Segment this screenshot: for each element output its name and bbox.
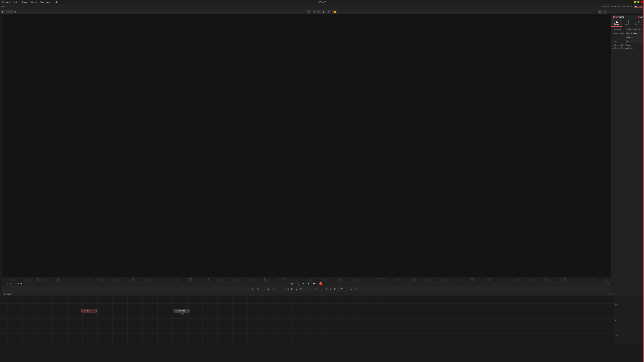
timecode-right[interactable]: 155.0 bbox=[14, 282, 23, 285]
viewer-canvas[interactable] bbox=[2, 14, 611, 277]
toolbar-rewind-btn[interactable]: ⏮ bbox=[307, 10, 312, 14]
tool-back[interactable]: ↩ bbox=[354, 287, 358, 291]
tool-cw[interactable]: ↻ bbox=[350, 287, 353, 291]
layer-field: Layer 0 bbox=[612, 40, 643, 43]
toolbar-fit-btn[interactable]: Fit bbox=[14, 11, 16, 13]
inspector-expand-btn[interactable]: ↗ bbox=[635, 16, 636, 18]
inspector-body: Clip Name J1-0197_A001_07121400_C040.mov… bbox=[612, 27, 644, 292]
svg-text:150: 150 bbox=[284, 277, 286, 279]
tool-pipe[interactable]: ⊢ bbox=[310, 287, 314, 291]
menu-item-fairlight[interactable]: Fairlight bbox=[30, 1, 37, 3]
tool-swap[interactable]: ⇄ bbox=[295, 287, 298, 291]
toolbar-step-back-btn[interactable]: ◁ bbox=[312, 10, 316, 14]
tool-pin[interactable]: ⊕ bbox=[324, 287, 328, 291]
inspector-pin-btn[interactable]: 📌 bbox=[637, 16, 640, 18]
tool-rotate[interactable]: ⟳ bbox=[300, 287, 303, 291]
restore-button[interactable] bbox=[637, 1, 640, 3]
menu-item-help[interactable]: Help bbox=[54, 1, 58, 3]
tab-audio[interactable]: 🎵 Audio bbox=[622, 19, 633, 26]
global-in-field: MediaIn0 bbox=[612, 36, 643, 39]
minimize-button[interactable] bbox=[634, 1, 636, 3]
tool-add[interactable]: + bbox=[279, 287, 282, 291]
svg-text:250: 250 bbox=[471, 277, 474, 279]
toolbar-settings-btn[interactable]: ⚙ bbox=[602, 10, 606, 14]
node-media-in[interactable]: MediaIn1 bbox=[82, 309, 96, 313]
source-gamma-space-section[interactable]: ▶ Source Gamma Space bbox=[612, 47, 643, 49]
toolbar-viewer-btn[interactable]: ⊞ bbox=[598, 10, 602, 14]
toolbar-zoom-input[interactable]: 100% bbox=[6, 10, 13, 14]
node-out-bottom-connector[interactable] bbox=[182, 313, 184, 315]
tool-flag[interactable]: ⚑ bbox=[340, 287, 344, 291]
menu-item-fusion[interactable]: Fusion bbox=[13, 1, 19, 3]
tool-pen[interactable]: ✎ bbox=[256, 287, 260, 291]
timeline-ruler[interactable]: 0501001502002503003504004505005506006507… bbox=[2, 277, 611, 281]
tool-rectangle[interactable]: ◫ bbox=[271, 287, 275, 291]
toolbar-loop-btn[interactable]: 🔁 bbox=[332, 10, 337, 14]
toolbar-step-fwd-btn[interactable]: ▷ bbox=[322, 10, 326, 14]
bottom-spline-label[interactable]: Spline bbox=[4, 293, 10, 295]
tool-grid[interactable]: ⛶ bbox=[286, 287, 289, 291]
inspector-node-label[interactable]: MediaIn1 bbox=[616, 16, 624, 18]
viewer-left bbox=[2, 14, 307, 277]
tab-settings[interactable]: ⚙ Settings bbox=[633, 19, 644, 26]
tool-split[interactable]: ⊞ bbox=[290, 287, 294, 291]
node-area[interactable]: MediaIn1 MediaOut1 bbox=[0, 296, 614, 344]
process-mode-select[interactable]: Full Frames bbox=[626, 32, 643, 35]
tab-keyframes[interactable]: Keyframes bbox=[611, 5, 621, 8]
transport-loop-btn[interactable]: 🔴 bbox=[318, 282, 323, 285]
source-color-space-section[interactable]: ▶ Source Color Space bbox=[612, 44, 643, 46]
tool-hflip[interactable]: ↔ bbox=[345, 287, 348, 291]
tool-j[interactable]: J bbox=[315, 287, 318, 291]
menu-item-color[interactable]: Color bbox=[22, 1, 27, 3]
spline-labels: 1.0 0.5 0.0 bbox=[614, 296, 642, 344]
transport-prev-btn[interactable]: ◁ bbox=[296, 282, 300, 285]
tool-text[interactable]: T bbox=[261, 287, 264, 291]
node-in-left-connector[interactable] bbox=[81, 310, 82, 312]
global-in-value[interactable]: MediaIn0 bbox=[626, 36, 643, 39]
loop-range-btn[interactable]: ↔ bbox=[24, 282, 27, 285]
transport-to-end-btn[interactable]: ⏭ bbox=[312, 282, 317, 285]
tool-chevron[interactable]: ⟨ bbox=[276, 287, 278, 291]
main-toolbar: ▶ 100% Fit ⏮ ◁ ▶ ▷ ⏭ 🔁 ⊞ ⚙ bbox=[0, 9, 644, 14]
clip-name-label: Clip Name bbox=[612, 28, 626, 30]
tool-xor[interactable]: ⊻ bbox=[306, 287, 309, 291]
inspector-header: MediaIn1 ↗ 📌 🔗 bbox=[612, 14, 644, 19]
menu-item-workspace[interactable]: Workspace bbox=[40, 1, 50, 3]
tool-polygon[interactable]: ◉ bbox=[267, 287, 270, 291]
spline-fit-btn[interactable]: ⊡ bbox=[608, 293, 610, 295]
inspector-tabs: 🖼 Image 🎵 Audio ⚙ Settings bbox=[612, 19, 644, 27]
timecode-left[interactable]: 25.0 bbox=[4, 282, 12, 285]
tool-grid2[interactable]: ⊡ bbox=[334, 287, 337, 291]
layer-select[interactable]: 0 bbox=[626, 40, 643, 43]
clip-name-value[interactable]: J1-0197_A001_07121400_C040.mov bbox=[626, 28, 643, 31]
tool-extra[interactable]: ⊸ bbox=[359, 287, 362, 291]
bottom-dots-icon: ⋯ bbox=[1, 293, 3, 295]
tab-metadata[interactable]: Metadata bbox=[623, 5, 632, 8]
node-out-right-connector[interactable] bbox=[189, 310, 190, 312]
spline-area: 1.0 0.5 0.0 bbox=[614, 296, 644, 344]
close-button[interactable] bbox=[641, 1, 643, 3]
bottom-toolbar: ⋯ Spline ● ⊡ ⊕ bbox=[0, 292, 644, 296]
toolbar-play-btn[interactable]: ▶ bbox=[318, 10, 321, 14]
tab-image[interactable]: 🖼 Image bbox=[612, 19, 622, 26]
transport-stop-btn[interactable]: ■ bbox=[302, 282, 305, 285]
toolbar-ffwd-btn[interactable]: ⏭ bbox=[327, 10, 331, 14]
spline-zoom-btn[interactable]: ⊕ bbox=[611, 293, 612, 295]
node-media-out[interactable]: MediaOut1 bbox=[174, 309, 190, 313]
tool-reset[interactable]: ⟳ bbox=[329, 287, 332, 291]
menu-item-playback[interactable]: Playback bbox=[2, 1, 10, 3]
frame-counter[interactable]: 28.0 bbox=[604, 282, 609, 285]
tools-label: Tools bbox=[1, 5, 5, 7]
tool-sep-2 bbox=[284, 288, 284, 291]
tool-type[interactable]: T bbox=[318, 287, 321, 291]
tool-select[interactable]: ⬚ bbox=[252, 287, 255, 291]
tab-inspector[interactable]: Inspector bbox=[634, 5, 642, 8]
spline-ticks bbox=[642, 296, 644, 344]
tab-spline[interactable]: ⋯ Spline bbox=[601, 5, 609, 8]
toolbar-select-btn[interactable]: ▶ bbox=[1, 10, 5, 14]
tool-sep-3 bbox=[304, 288, 304, 291]
inspector-link-btn[interactable]: 🔗 bbox=[640, 16, 642, 18]
transport-play-btn[interactable]: ▶ bbox=[307, 282, 311, 285]
transport-to-start-btn[interactable]: ⏮ bbox=[290, 282, 295, 285]
grid-row-1 bbox=[0, 296, 614, 303]
